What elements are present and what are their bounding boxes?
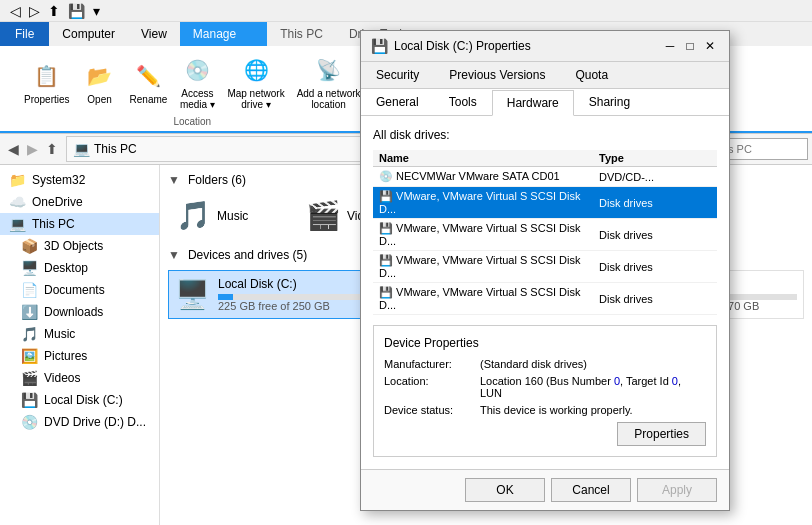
dialog-titlebar: 💾 Local Disk (C:) Properties ─ □ ✕: [361, 31, 729, 62]
tab-security[interactable]: Security: [361, 62, 434, 88]
tab-general[interactable]: General: [361, 89, 434, 115]
drive-row-4[interactable]: 💾 VMware, VMware Virtual S SCSI Disk D..…: [373, 283, 717, 315]
apply-button[interactable]: Apply: [637, 478, 717, 502]
manufacturer-row: Manufacturer: (Standard disk drives): [384, 358, 706, 370]
dialog-close[interactable]: ✕: [701, 37, 719, 55]
dialog-minimize[interactable]: ─: [661, 37, 679, 55]
tab-sharing[interactable]: Sharing: [574, 89, 645, 115]
status-label: Device status:: [384, 404, 474, 416]
drive-row-0[interactable]: 💿 NECVMWar VMware SATA CD01 DVD/CD-...: [373, 167, 717, 187]
dialog: 💾 Local Disk (C:) Properties ─ □ ✕ Secur…: [360, 30, 730, 511]
status-value: This device is working properly.: [480, 404, 706, 416]
dialog-footer: OK Cancel Apply: [361, 469, 729, 510]
drives-table: Name Type 💿 NECVMWar VMware SATA CD01 DV…: [373, 150, 717, 315]
location-label: Location:: [384, 375, 474, 399]
cancel-button[interactable]: Cancel: [551, 478, 631, 502]
manufacturer-value: (Standard disk drives): [480, 358, 706, 370]
device-properties-panel: Device Properties Manufacturer: (Standar…: [373, 325, 717, 457]
drive-row-1[interactable]: 💾 VMware, VMware Virtual S SCSI Disk D..…: [373, 187, 717, 219]
location-row: Location: Location 160 (Bus Number 0, Ta…: [384, 375, 706, 399]
dialog-body: All disk drives: Name Type 💿 NECVMWar VM…: [361, 116, 729, 469]
dialog-tabs: Security Previous Versions Quota General…: [361, 62, 729, 116]
dialog-maximize[interactable]: □: [681, 37, 699, 55]
drive-row-2[interactable]: 💾 VMware, VMware Virtual S SCSI Disk D..…: [373, 219, 717, 251]
tab-hardware[interactable]: Hardware: [492, 90, 574, 116]
col-name-header: Name: [373, 150, 593, 167]
col-type-header: Type: [593, 150, 717, 167]
drive-row-3[interactable]: 💾 VMware, VMware Virtual S SCSI Disk D..…: [373, 251, 717, 283]
all-disk-drives-label: All disk drives:: [373, 128, 717, 142]
status-row: Device status: This device is working pr…: [384, 404, 706, 416]
tab-quota[interactable]: Quota: [560, 62, 623, 88]
tab-tools[interactable]: Tools: [434, 89, 492, 115]
dialog-overlay: 💾 Local Disk (C:) Properties ─ □ ✕ Secur…: [0, 0, 812, 525]
properties-button[interactable]: Properties: [617, 422, 706, 446]
manufacturer-label: Manufacturer:: [384, 358, 474, 370]
dialog-title-icon: 💾: [371, 38, 388, 54]
tab-previous-versions[interactable]: Previous Versions: [434, 62, 560, 88]
dialog-title-text: Local Disk (C:) Properties: [394, 39, 531, 53]
device-props-title: Device Properties: [384, 336, 706, 350]
ok-button[interactable]: OK: [465, 478, 545, 502]
location-value: Location 160 (Bus Number 0, Target Id 0,…: [480, 375, 706, 399]
